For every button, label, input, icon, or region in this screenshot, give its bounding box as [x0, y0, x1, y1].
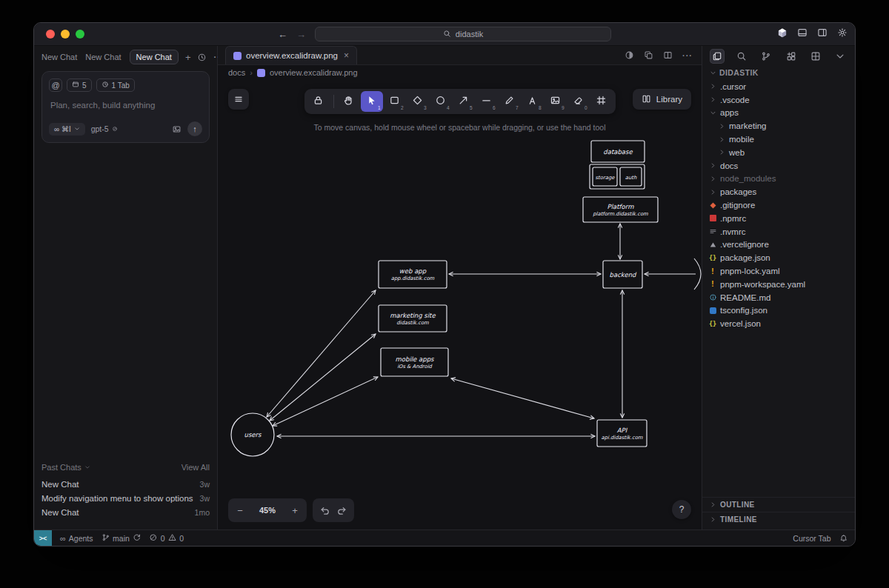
- outline-section[interactable]: OUTLINE: [702, 497, 855, 512]
- tree-item[interactable]: node_modules: [702, 173, 855, 186]
- tool-selection-button[interactable]: 1: [361, 91, 383, 112]
- add-context-button[interactable]: @: [49, 78, 62, 92]
- undo-button[interactable]: [319, 505, 330, 516]
- editor-tab[interactable]: overview.excalidraw.png ×: [225, 46, 357, 64]
- zoom-level[interactable]: 45%: [250, 506, 284, 515]
- send-button[interactable]: ↑: [187, 121, 202, 136]
- tree-item[interactable]: README.md: [702, 291, 855, 304]
- zoom-window-button[interactable]: [76, 30, 84, 39]
- tool-image-button[interactable]: 9: [545, 91, 567, 112]
- cursor-tab-status[interactable]: Cursor Tab: [793, 534, 830, 543]
- breadcrumb-file[interactable]: overview.excalidraw.png: [270, 68, 358, 77]
- tree-item[interactable]: .vscode: [702, 93, 855, 107]
- zoom-in-button[interactable]: +: [284, 505, 305, 516]
- minimize-window-button[interactable]: [61, 30, 70, 39]
- project-search-bar[interactable]: didastik: [315, 27, 611, 41]
- breadcrumb-folder[interactable]: docs: [228, 68, 245, 77]
- tree-item[interactable]: docs: [702, 159, 855, 173]
- chat-input-placeholder[interactable]: Plan, search, build anything: [50, 101, 201, 110]
- tree-item[interactable]: web: [702, 146, 855, 159]
- toggle-theme-icon[interactable]: [625, 50, 634, 60]
- tool-eraser-button[interactable]: 0: [567, 91, 590, 112]
- search-tab-icon[interactable]: [734, 49, 749, 64]
- explorer-tab-icon[interactable]: [710, 49, 725, 64]
- toggle-bottom-panel-icon[interactable]: [797, 27, 808, 41]
- problems-status[interactable]: 0 0: [149, 533, 184, 544]
- chevron-down-icon[interactable]: [833, 49, 848, 64]
- chat-tab[interactable]: New Chat: [130, 50, 179, 64]
- panel-grid-icon[interactable]: [808, 49, 823, 64]
- excalidraw-canvas[interactable]: databasestorageauthPlatformplatform.dida…: [218, 80, 702, 529]
- agents-status[interactable]: ∞ Agents: [60, 534, 93, 543]
- tool-ellipse-button[interactable]: 4: [430, 91, 452, 112]
- eraser-icon: [573, 95, 584, 109]
- view-all-link[interactable]: View All: [182, 463, 210, 472]
- chevron-right-icon: [708, 162, 717, 169]
- split-editor-icon[interactable]: [663, 50, 673, 60]
- tree-item[interactable]: !pnpm-workspace.yaml: [702, 278, 855, 291]
- tree-item[interactable]: .vercelignore: [702, 238, 855, 252]
- cursor-logo-icon: [777, 27, 788, 41]
- tree-item[interactable]: !pnpm-lock.yaml: [702, 264, 855, 278]
- source-control-tab-icon[interactable]: [759, 49, 773, 64]
- open-preview-icon[interactable]: [644, 50, 653, 60]
- redo-button[interactable]: [336, 505, 347, 516]
- tree-item[interactable]: .nvmrc: [702, 225, 855, 238]
- tool-arrow-button[interactable]: 5: [453, 91, 475, 112]
- model-selector[interactable]: gpt-5: [91, 124, 118, 133]
- chat-tab[interactable]: New Chat: [85, 53, 121, 61]
- tree-item[interactable]: {}package.json: [702, 251, 855, 264]
- tree-item[interactable]: tsconfig.json: [702, 304, 855, 318]
- agent-mode-selector[interactable]: ∞ ⌘I: [49, 123, 85, 136]
- library-button[interactable]: Library: [633, 89, 691, 110]
- attach-image-icon[interactable]: [172, 124, 182, 134]
- tool-diamond-button[interactable]: 3: [407, 91, 429, 112]
- close-window-button[interactable]: [46, 30, 55, 39]
- extensions-tab-icon[interactable]: [784, 49, 799, 64]
- tool-frame-button[interactable]: [590, 91, 613, 112]
- editor-more-icon[interactable]: ···: [682, 51, 693, 60]
- past-chat-item[interactable]: New Chat1mo: [41, 505, 210, 519]
- tree-item[interactable]: {}vercel.json: [702, 317, 855, 330]
- tree-item[interactable]: .cursor: [702, 80, 855, 93]
- svg-text:api.didastik.com: api.didastik.com: [602, 435, 643, 441]
- context-badge[interactable]: 1 Tab: [96, 78, 135, 92]
- tool-hand-button[interactable]: [338, 91, 360, 112]
- new-chat-button[interactable]: +: [185, 52, 191, 63]
- tool-lock-button[interactable]: [307, 91, 330, 112]
- past-chat-item[interactable]: Modify navigation menu to show options3w: [41, 491, 210, 505]
- project-root-row[interactable]: DIDASTIK: [702, 65, 855, 80]
- tool-rectangle-button[interactable]: 2: [384, 91, 406, 112]
- outline-label: OUTLINE: [720, 501, 755, 509]
- diagram[interactable]: databasestorageauthPlatformplatform.dida…: [218, 80, 702, 529]
- tree-item[interactable]: mobile: [702, 133, 855, 146]
- past-chat-item[interactable]: New Chat3w: [41, 477, 210, 491]
- context-badge[interactable]: 5: [67, 78, 92, 92]
- timeline-section[interactable]: TIMELINE: [702, 512, 855, 527]
- tree-item[interactable]: marketing: [702, 119, 855, 133]
- history-back-button[interactable]: ←: [278, 29, 287, 40]
- tool-line-button[interactable]: 6: [476, 91, 498, 112]
- breadcrumb[interactable]: docs › overview.excalidraw.png: [218, 65, 702, 80]
- tree-item[interactable]: .npmrc: [702, 212, 855, 225]
- remote-indicator[interactable]: ><: [34, 530, 52, 546]
- tool-text-button[interactable]: 8: [522, 91, 544, 112]
- tool-draw-button[interactable]: 7: [499, 91, 521, 112]
- chat-history-icon[interactable]: [197, 53, 207, 62]
- chevron-right-icon: [708, 516, 717, 523]
- tree-item[interactable]: packages: [702, 185, 855, 198]
- history-forward-button[interactable]: →: [296, 29, 306, 40]
- chat-input-card[interactable]: @ 51 Tab Plan, search, build anything ∞ …: [41, 71, 210, 143]
- tree-item[interactable]: .gitignore: [702, 198, 855, 212]
- zoom-out-button[interactable]: −: [230, 505, 250, 516]
- chat-tab[interactable]: New Chat: [41, 53, 77, 61]
- toggle-right-sidebar-icon[interactable]: [817, 27, 828, 41]
- tree-item[interactable]: apps: [702, 107, 855, 120]
- help-button[interactable]: ?: [672, 500, 691, 519]
- git-branch-status[interactable]: main: [101, 533, 141, 544]
- notifications-bell-icon[interactable]: [839, 534, 848, 543]
- close-tab-icon[interactable]: ×: [344, 50, 349, 61]
- past-chats-toggle[interactable]: Past Chats: [41, 463, 90, 472]
- settings-gear-icon[interactable]: [837, 27, 848, 41]
- excalidraw-menu-button[interactable]: [228, 89, 249, 110]
